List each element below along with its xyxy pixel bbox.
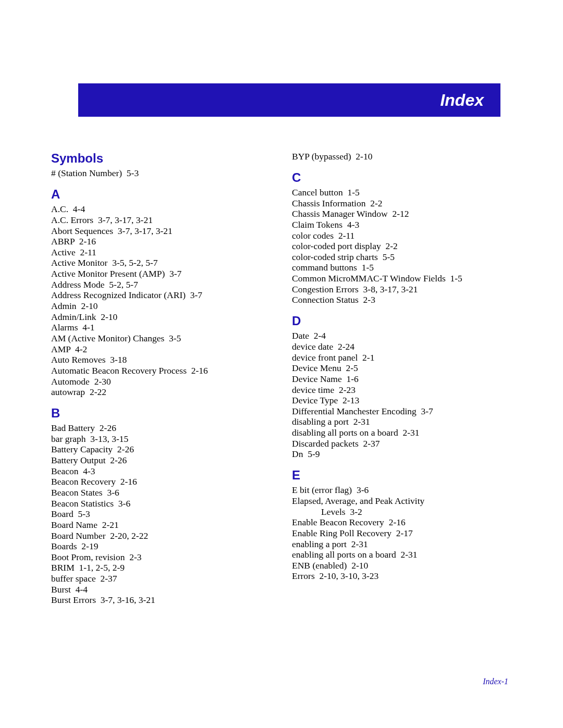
index-entry: AMP 4-2 bbox=[51, 344, 271, 355]
index-term: Beacon Statistics bbox=[51, 498, 114, 509]
index-ref: 2-26 bbox=[117, 444, 134, 454]
index-entry: autowrap 2-22 bbox=[51, 387, 271, 398]
index-entry: Battery Capacity 2-26 bbox=[51, 444, 271, 455]
index-term: Enable Ring Poll Recovery bbox=[292, 528, 391, 538]
index-term: color codes bbox=[292, 230, 334, 241]
index-term: device time bbox=[292, 385, 334, 395]
index-ref: 2-11 bbox=[338, 230, 354, 241]
index-entry: device front panel 2-1 bbox=[292, 352, 512, 363]
index-entry: Differential Manchester Encoding 3-7 bbox=[292, 406, 512, 417]
index-ref: 2-30 bbox=[94, 376, 111, 387]
index-entry: Dn 5-9 bbox=[292, 449, 512, 460]
index-ref: 3-7, 3-17, 3-21 bbox=[118, 226, 173, 236]
index-ref: 5-5 bbox=[383, 252, 395, 262]
index-term: AMP bbox=[51, 344, 70, 354]
index-entry: Chassis Information 2-2 bbox=[292, 198, 512, 209]
index-term: Admin bbox=[51, 301, 77, 311]
index-term: bar graph bbox=[51, 434, 86, 444]
index-entry: BYP (bypassed) 2-10 bbox=[292, 151, 512, 162]
index-ref: 2-19 bbox=[81, 541, 98, 551]
index-term: Device Menu bbox=[292, 363, 341, 373]
index-term: Levels bbox=[321, 507, 346, 517]
index-ref: 5-2, 5-7 bbox=[109, 279, 138, 290]
page-footer: Index-1 bbox=[483, 677, 508, 686]
index-entry: Enable Beacon Recovery 2-16 bbox=[292, 517, 512, 528]
index-term: # (Station Number) bbox=[51, 168, 122, 178]
index-entry: Device Type 2-13 bbox=[292, 395, 512, 406]
index-ref: 2-4 bbox=[314, 330, 326, 341]
index-entry: Board Name 2-21 bbox=[51, 520, 271, 530]
index-term: BYP (bypassed) bbox=[292, 151, 351, 162]
index-term: Automatic Beacon Recovery Process bbox=[51, 365, 187, 376]
index-term: buffer space bbox=[51, 573, 96, 584]
index-term: enabling all ports on a board bbox=[292, 549, 396, 560]
index-term: Date bbox=[292, 330, 309, 341]
index-entry: color-coded strip charts 5-5 bbox=[292, 252, 512, 263]
section-heading: Symbols bbox=[51, 151, 271, 166]
index-term: Alarms bbox=[51, 322, 78, 332]
index-ref: 3-6 bbox=[357, 485, 369, 495]
index-ref: 2-22 bbox=[90, 387, 106, 397]
index-ref: 2-31 bbox=[353, 416, 370, 427]
index-term: command buttons bbox=[292, 262, 357, 273]
index-ref: 2-21 bbox=[102, 520, 119, 530]
index-entry: Battery Output 2-26 bbox=[51, 455, 271, 466]
index-entry: enabling a port 2-31 bbox=[292, 539, 512, 550]
index-entry: Active Monitor Present (AMP) 3-7 bbox=[51, 268, 271, 279]
index-ref: 2-16 bbox=[79, 236, 96, 246]
index-ref: 2-37 bbox=[363, 438, 380, 449]
index-ref: 1-5 bbox=[450, 273, 462, 283]
index-term: Bad Battery bbox=[51, 423, 95, 433]
index-term: Connection Status bbox=[292, 294, 359, 305]
index-term: Board Number bbox=[51, 530, 106, 541]
index-entry: A.C. Errors 3-7, 3-17, 3-21 bbox=[51, 215, 271, 226]
index-entry: Device Name 1-6 bbox=[292, 374, 512, 385]
index-entry: Chassis Manager Window 2-12 bbox=[292, 208, 512, 219]
index-entry: BRIM 1-1, 2-5, 2-9 bbox=[51, 562, 271, 573]
index-entry: color codes 2-11 bbox=[292, 230, 512, 241]
index-ref: 3-7 bbox=[169, 268, 181, 279]
index-ref: 2-10 bbox=[351, 560, 368, 571]
index-ref: 2-13 bbox=[342, 395, 359, 405]
index-entry: Admin 2-10 bbox=[51, 301, 271, 312]
index-body: Symbols# (Station Number) 5-3AA.C. 4-4A.… bbox=[51, 151, 512, 606]
index-ref: 3-7, 3-17, 3-21 bbox=[98, 215, 153, 225]
index-ref: 3-7, 3-16, 3-21 bbox=[101, 595, 155, 605]
index-ref: 4-4 bbox=[73, 204, 85, 214]
index-entry: Burst 4-4 bbox=[51, 584, 271, 595]
index-term: device date bbox=[292, 341, 333, 352]
index-ref: 2-10, 3-10, 3-23 bbox=[319, 571, 378, 581]
index-entry: disabling all ports on a board 2-31 bbox=[292, 427, 512, 438]
index-ref: 2-1 bbox=[362, 352, 374, 363]
index-ref: 2-16 bbox=[191, 365, 208, 376]
index-term: Admin/Link bbox=[51, 312, 96, 322]
index-entry: buffer space 2-37 bbox=[51, 573, 271, 584]
index-ref: 2-24 bbox=[338, 341, 354, 352]
index-term: Automode bbox=[51, 376, 90, 387]
index-entry: Automode 2-30 bbox=[51, 376, 271, 387]
index-ref: 2-23 bbox=[339, 385, 356, 395]
index-entry: Congestion Errors 3-8, 3-17, 3-21 bbox=[292, 284, 512, 295]
index-entry: Enable Ring Poll Recovery 2-17 bbox=[292, 528, 512, 539]
index-term: Board Name bbox=[51, 520, 97, 530]
index-entry: Date 2-4 bbox=[292, 330, 512, 341]
index-column-right: BYP (bypassed) 2-10CCancel button 1-5Cha… bbox=[292, 151, 512, 606]
index-term: Address Recognized Indicator (ARI) bbox=[51, 290, 186, 300]
index-term: ABRP bbox=[51, 236, 75, 246]
index-ref: 3-7 bbox=[421, 406, 433, 416]
index-ref: 2-26 bbox=[100, 423, 116, 433]
index-entry: Elapsed, Average, and Peak Activity bbox=[292, 496, 512, 507]
index-ref: 5-3 bbox=[78, 509, 90, 519]
index-ref: 4-3 bbox=[83, 466, 95, 476]
index-ref: 5-9 bbox=[308, 449, 320, 459]
index-entry: Active Monitor 3-5, 5-2, 5-7 bbox=[51, 257, 271, 268]
section-heading: D bbox=[292, 314, 512, 328]
index-term: A.C. bbox=[51, 204, 68, 214]
index-term: Dn bbox=[292, 449, 303, 459]
index-term: Chassis Manager Window bbox=[292, 208, 388, 219]
index-entry: Beacon 4-3 bbox=[51, 466, 271, 477]
index-term: Common MicroMMAC-T Window Fields bbox=[292, 273, 446, 283]
index-term: Congestion Errors bbox=[292, 284, 359, 294]
index-entry: Boards 2-19 bbox=[51, 541, 271, 552]
index-entry: Board Number 2-20, 2-22 bbox=[51, 530, 271, 541]
